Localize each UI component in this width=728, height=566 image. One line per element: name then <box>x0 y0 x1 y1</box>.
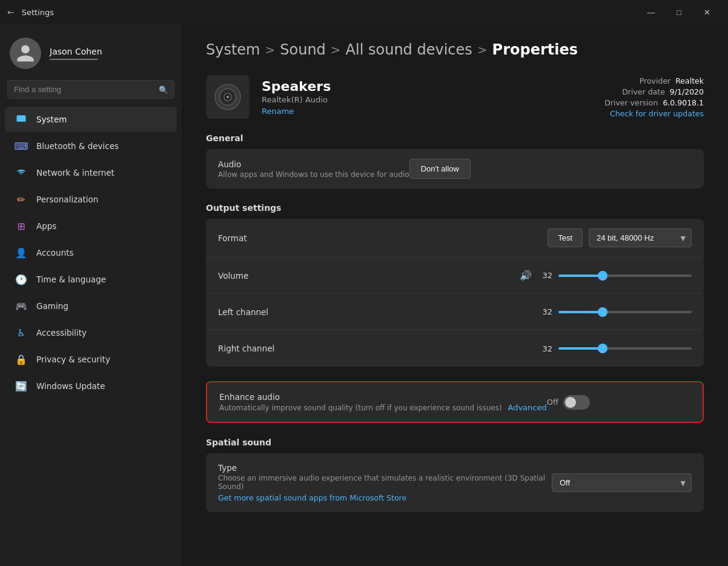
sidebar-item-label-time: Time & language <box>36 275 106 284</box>
apps-icon: ⊞ <box>15 219 28 233</box>
sidebar-item-update[interactable]: 🔄 Windows Update <box>5 373 177 399</box>
right-channel-slider[interactable] <box>558 347 692 350</box>
driver-provider-row: Provider Realtek <box>604 76 704 85</box>
sidebar-item-label-network: Network & internet <box>36 168 114 178</box>
format-control: Test 24 bit, 48000 Hz 16 bit, 44100 Hz 2… <box>548 228 692 247</box>
device-info: Speakers Realtek(R) Audio Rename <box>262 79 592 116</box>
accessibility-icon: ♿ <box>15 326 28 339</box>
close-button[interactable]: ✕ <box>693 2 721 22</box>
driver-update-link[interactable]: Check for driver updates <box>610 109 704 118</box>
output-card: Format Test 24 bit, 48000 Hz 16 bit, 441… <box>206 219 704 367</box>
sidebar-item-label-apps: Apps <box>36 221 56 231</box>
user-name: Jason Cohen <box>50 47 102 56</box>
volume-control: 🔊 32 <box>520 270 692 281</box>
left-channel-value: 32 <box>538 307 552 316</box>
breadcrumb-sep2: > <box>331 42 341 57</box>
sidebar-item-personalization[interactable]: ✏️ Personalization <box>5 187 177 212</box>
bluetooth-icon: ⌨ <box>15 139 28 153</box>
audio-label: Audio <box>218 159 409 169</box>
spatial-type-label: Type <box>218 463 552 473</box>
breadcrumb-alldevices[interactable]: All sound devices <box>346 41 472 58</box>
user-info: Jason Cohen <box>50 47 102 60</box>
rename-link[interactable]: Rename <box>262 107 592 116</box>
right-slider-container: 32 <box>538 344 692 353</box>
person-icon <box>15 43 36 64</box>
audio-row: Audio Allow apps and Windows to use this… <box>206 149 704 188</box>
sidebar-item-bluetooth[interactable]: ⌨ Bluetooth & devices <box>5 133 177 159</box>
sidebar-item-label-update: Windows Update <box>36 381 105 391</box>
update-icon: 🔄 <box>15 379 28 393</box>
sidebar-item-apps[interactable]: ⊞ Apps <box>5 213 177 239</box>
search-box: 🔍 <box>7 80 174 99</box>
privacy-icon: 🔒 <box>15 353 28 366</box>
driver-version-value: 6.0.9018.1 <box>663 98 704 107</box>
format-dropdown[interactable]: 24 bit, 48000 Hz 16 bit, 44100 Hz 24 bit… <box>589 228 692 247</box>
back-button[interactable]: ← <box>7 7 15 17</box>
sidebar-item-label-personalization: Personalization <box>36 195 98 204</box>
spatial-type-row: Type Choose an immersive audio experienc… <box>206 453 704 512</box>
sidebar-item-accessibility[interactable]: ♿ Accessibility <box>5 320 177 345</box>
driver-version-label: Driver version <box>604 98 658 107</box>
sidebar-item-label-accessibility: Accessibility <box>36 328 87 338</box>
volume-slider[interactable] <box>558 275 692 277</box>
sidebar-item-network[interactable]: Network & internet <box>5 160 177 185</box>
left-channel-control: 32 <box>538 307 692 316</box>
volume-icon: 🔊 <box>520 270 532 281</box>
format-label: Format <box>218 233 548 243</box>
search-icon: 🔍 <box>159 85 168 94</box>
sidebar-item-label-gaming: Gaming <box>36 301 68 311</box>
sidebar-item-label-bluetooth: Bluetooth & devices <box>36 141 119 151</box>
output-section-label: Output settings <box>206 203 704 213</box>
spatial-type-label-wrap: Type Choose an immersive audio experienc… <box>218 463 552 502</box>
audio-row-label-wrap: Audio Allow apps and Windows to use this… <box>218 159 409 179</box>
spatial-type-dropdown[interactable]: Off Windows Sonic for Headphones <box>552 473 692 492</box>
driver-info: Provider Realtek Driver date 9/1/2020 Dr… <box>604 76 704 118</box>
right-channel-row: Right channel 32 <box>206 330 704 367</box>
advanced-link[interactable]: Advanced <box>508 403 546 412</box>
right-channel-label: Right channel <box>218 344 538 353</box>
device-subtitle: Realtek(R) Audio <box>262 95 592 104</box>
maximize-button[interactable]: □ <box>665 2 693 22</box>
spatial-section-label: Spatial sound <box>206 438 704 447</box>
spatial-store-link[interactable]: Get more spatial sound apps from Microso… <box>218 493 552 502</box>
enhance-label-wrap: Enhance audio Automatically improve soun… <box>219 392 547 412</box>
breadcrumb-system[interactable]: System <box>206 41 260 58</box>
sidebar-item-system[interactable]: System <box>5 107 177 132</box>
system-icon <box>15 113 28 126</box>
minimize-button[interactable]: — <box>637 2 665 22</box>
breadcrumb-sound[interactable]: Sound <box>280 41 326 58</box>
format-row: Format Test 24 bit, 48000 Hz 16 bit, 441… <box>206 219 704 258</box>
enhance-toggle[interactable] <box>563 395 590 410</box>
test-button[interactable]: Test <box>548 228 583 247</box>
enhance-row: Enhance audio Automatically improve soun… <box>207 382 703 422</box>
dont-allow-button[interactable]: Don't allow <box>409 159 471 179</box>
speaker-icon <box>213 82 242 112</box>
sidebar-item-privacy[interactable]: 🔒 Privacy & security <box>5 347 177 372</box>
provider-label: Provider <box>640 76 670 85</box>
audio-sublabel: Allow apps and Windows to use this devic… <box>218 170 409 179</box>
enhance-toggle-wrap: Off <box>547 395 590 410</box>
driver-date-row: Driver date 9/1/2020 <box>604 87 704 96</box>
left-channel-label: Left channel <box>218 307 538 317</box>
personalization-icon: ✏️ <box>15 193 28 206</box>
titlebar: ← Settings — □ ✕ <box>0 0 728 24</box>
enhance-card: Enhance audio Automatically improve soun… <box>206 381 704 423</box>
spatial-type-control: Off Windows Sonic for Headphones ▼ <box>552 473 692 492</box>
sidebar-item-accounts[interactable]: 👤 Accounts <box>5 240 177 265</box>
time-icon: 🕐 <box>15 273 28 286</box>
device-name: Speakers <box>262 79 592 94</box>
search-input[interactable] <box>7 80 174 99</box>
accounts-icon: 👤 <box>15 246 28 259</box>
right-channel-control: 32 <box>538 344 692 353</box>
provider-value: Realtek <box>675 76 704 85</box>
sidebar-item-time[interactable]: 🕐 Time & language <box>5 267 177 292</box>
left-channel-slider[interactable] <box>558 311 692 313</box>
breadcrumb-current: Properties <box>492 41 578 58</box>
sidebar-item-label-accounts: Accounts <box>36 248 74 258</box>
right-channel-value: 32 <box>538 344 552 353</box>
enhance-sublabel: Automatically improve sound quality (tur… <box>219 403 547 412</box>
spatial-type-sublabel: Choose an immersive audio experience tha… <box>218 474 552 491</box>
volume-label: Volume <box>218 271 520 281</box>
sidebar-item-gaming[interactable]: 🎮 Gaming <box>5 293 177 319</box>
driver-version-row: Driver version 6.0.9018.1 <box>604 98 704 107</box>
